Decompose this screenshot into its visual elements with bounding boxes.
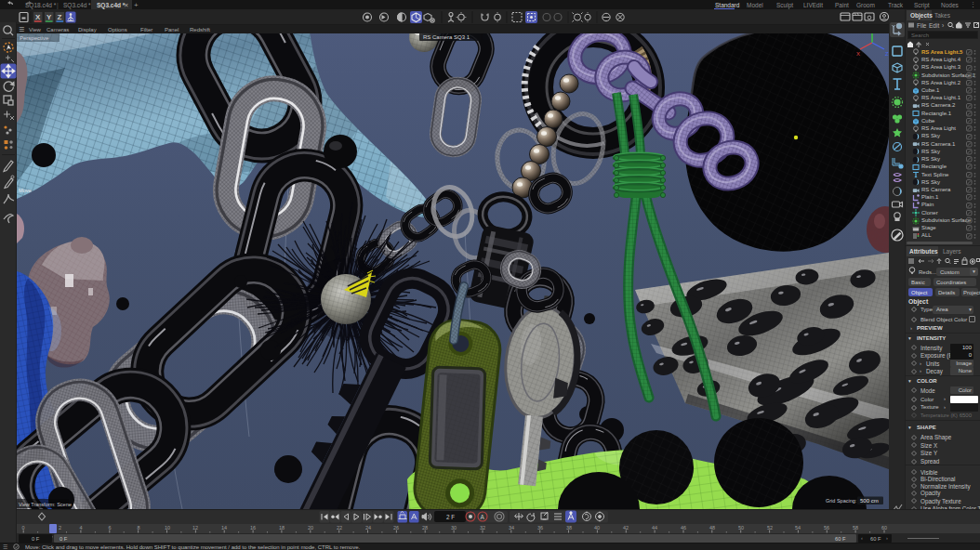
svg-text:›: › [942,22,944,29]
svg-text:View Transform: Scene: View Transform: Scene [19,502,72,507]
svg-text:RS Camera SQ3 1: RS Camera SQ3 1 [423,34,470,40]
svg-text:Grid Spacing:: Grid Spacing: [826,498,857,504]
svg-text:Z: Z [58,13,62,21]
svg-text:Move: Move [19,188,31,193]
svg-text:Y: Y [46,13,52,21]
svg-text:X: X [35,13,41,21]
svg-text:X: X [856,51,860,57]
svg-text:2 F: 2 F [446,514,455,520]
svg-text:500 cm: 500 cm [860,498,879,504]
svg-text:File: File [917,22,927,29]
svg-text:Perspective: Perspective [20,35,49,41]
svg-text:A: A [481,514,485,520]
svg-text:Edit: Edit [929,22,939,29]
